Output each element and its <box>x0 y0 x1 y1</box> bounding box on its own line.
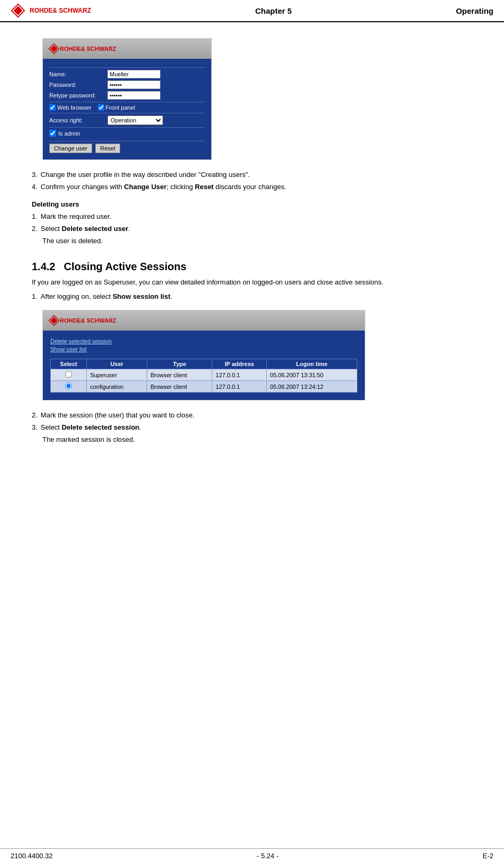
header-section: Operating <box>456 6 493 15</box>
row2-select[interactable] <box>51 381 87 393</box>
retype-row: Retype password: <box>49 91 205 100</box>
del-step-1: 1. Mark the required user. <box>32 212 483 220</box>
step-4-prefix: Confirm your changes with <box>41 183 124 191</box>
close-step-2-text: Mark the session (the user) that you wan… <box>41 411 194 419</box>
del-result: The user is deleted. <box>42 237 483 245</box>
close-step-3-num: 3. <box>32 423 38 431</box>
row2-ip: 127.0.0.1 <box>212 381 267 393</box>
session-screenshot: ROHDE& SCHWARZ Delete selected session S… <box>42 310 365 401</box>
form-screenshot: ROHDE& SCHWARZ Name: Password: Retype pa… <box>42 38 212 160</box>
session-table: Select User Type IP address Logon time S… <box>50 359 357 393</box>
name-input[interactable] <box>107 70 160 78</box>
row2-user: configuration <box>87 381 147 393</box>
section-142-intro: If you are logged on as Superuser, you c… <box>32 278 483 286</box>
step-4-mid: ; clicking <box>167 183 195 191</box>
change-user-bold: Change User <box>124 183 166 191</box>
is-admin-label: Is admin <box>58 130 80 137</box>
chapter-142-heading: 1.4.2 Closing Active Sessions <box>32 261 483 273</box>
form-screenshot-header: ROHDE& SCHWARZ <box>43 39 211 59</box>
show-user-list-link[interactable]: Show user list <box>50 346 357 352</box>
row1-select[interactable] <box>51 369 87 381</box>
browser-checkboxes: Web browser Front panel <box>49 104 205 111</box>
close-step-3-text: Select Delete selected session. <box>41 423 141 431</box>
step-4: 4. Confirm your changes with Change User… <box>32 183 483 191</box>
name-row: Name: <box>49 70 205 78</box>
col-select: Select <box>51 359 87 369</box>
access-row: Access right: Operation <box>49 115 205 125</box>
close-step-3: 3. Select Delete selected session. <box>32 423 483 431</box>
row2-radio[interactable] <box>65 382 72 389</box>
close-step-3-suffix: . <box>139 423 141 431</box>
access-select[interactable]: Operation <box>107 115 163 125</box>
rs-session-logo-icon <box>48 315 60 326</box>
password-input[interactable] <box>107 81 160 89</box>
retype-input[interactable] <box>107 91 160 100</box>
front-panel-checkbox[interactable] <box>98 104 104 111</box>
del-selected-user-bold: Delete selected user <box>62 225 129 233</box>
retype-label: Retype password: <box>49 92 107 99</box>
header-logo-text: ROHDE& SCHWARZ <box>30 7 91 14</box>
row1-user: Superuser <box>87 369 147 381</box>
rs-logo-icon <box>11 3 25 18</box>
reset-button[interactable]: Reset <box>95 144 120 153</box>
col-user: User <box>87 359 147 369</box>
row1-ip: 127.0.0.1 <box>212 369 267 381</box>
col-type: Type <box>147 359 212 369</box>
web-browser-checkbox[interactable] <box>49 104 56 111</box>
session-table-header-row: Select User Type IP address Logon time <box>51 359 357 369</box>
del-step-1-num: 1. <box>32 212 38 220</box>
show-session-list-bold: Show session list <box>113 292 170 300</box>
session-logo-text: ROHDE& SCHWARZ <box>60 317 116 324</box>
web-browser-label: Web browser <box>57 104 92 111</box>
col-logon: Logon time <box>267 359 357 369</box>
footer-left: 2100.4400.32 <box>11 852 53 860</box>
col-ip: IP address <box>212 359 267 369</box>
step-4-suffix: discards your changes. <box>213 183 286 191</box>
rs-form-logo-icon <box>48 43 60 55</box>
web-browser-checkbox-item: Web browser <box>49 104 92 111</box>
row1-radio[interactable] <box>65 371 72 378</box>
chapter-142-num: 1.4.2 <box>32 261 55 273</box>
chapter-142-title: Closing Active Sessions <box>64 261 186 273</box>
form-buttons: Change user Reset <box>49 144 205 153</box>
reset-bold: Reset <box>195 183 213 191</box>
form-screenshot-body: Name: Password: Retype password: Web bro… <box>43 59 211 159</box>
step-3-text: Change the user profile in the way descr… <box>41 171 250 179</box>
page-header: ROHDE& SCHWARZ Chapter 5 Operating <box>0 0 504 22</box>
del-step-2: 2. Select Delete selected user. <box>32 225 483 233</box>
session-step-1-prefix: After logging on, select <box>41 292 113 300</box>
session-step-1-text: After logging on, select Show session li… <box>41 292 173 300</box>
deleting-users-heading: Deleting users <box>32 200 483 208</box>
header-logo: ROHDE& SCHWARZ <box>11 3 91 18</box>
row2-type: Browser client <box>147 381 212 393</box>
close-step-2: 2. Mark the session (the user) that you … <box>32 411 483 419</box>
session-step-1: 1. After logging on, select Show session… <box>32 292 483 300</box>
front-panel-checkbox-item: Front panel <box>98 104 136 111</box>
access-label: Access right: <box>49 117 107 123</box>
change-user-button[interactable]: Change user <box>49 144 92 153</box>
row2-logon: 05.06.2007 13:24:12 <box>267 381 357 393</box>
session-screenshot-body: Delete selected session Show user list S… <box>43 331 365 400</box>
close-step-2-num: 2. <box>32 411 38 419</box>
step-3: 3. Change the user profile in the way de… <box>32 171 483 179</box>
close-step-3-result: The marked session is closed. <box>42 435 483 443</box>
session-step-1-suffix: . <box>170 292 173 300</box>
close-step-3-prefix: Select <box>41 423 62 431</box>
is-admin-checkbox[interactable] <box>49 130 56 137</box>
page-footer: 2100.4400.32 - 5.24 - E-2 <box>0 848 504 863</box>
del-step-1-text: Mark the required user. <box>41 212 112 220</box>
session-step-1-num: 1. <box>32 292 38 300</box>
delete-selected-session-link[interactable]: Delete selected session <box>50 338 357 344</box>
front-panel-label: Front panel <box>106 104 136 111</box>
del-step-2-text: Select Delete selected user. <box>41 225 130 233</box>
step-4-text: Confirm your changes with Change User; c… <box>41 183 286 191</box>
main-content: ROHDE& SCHWARZ Name: Password: Retype pa… <box>0 22 504 457</box>
name-label: Name: <box>49 71 107 77</box>
password-row: Password: <box>49 81 205 89</box>
footer-right: E-2 <box>483 852 493 860</box>
del-step-2-suffix: . <box>128 225 130 233</box>
table-row: Superuser Browser client 127.0.0.1 05.06… <box>51 369 357 381</box>
table-row: configuration Browser client 127.0.0.1 0… <box>51 381 357 393</box>
is-admin-row: Is admin <box>49 130 205 137</box>
del-step-2-num: 2. <box>32 225 38 233</box>
